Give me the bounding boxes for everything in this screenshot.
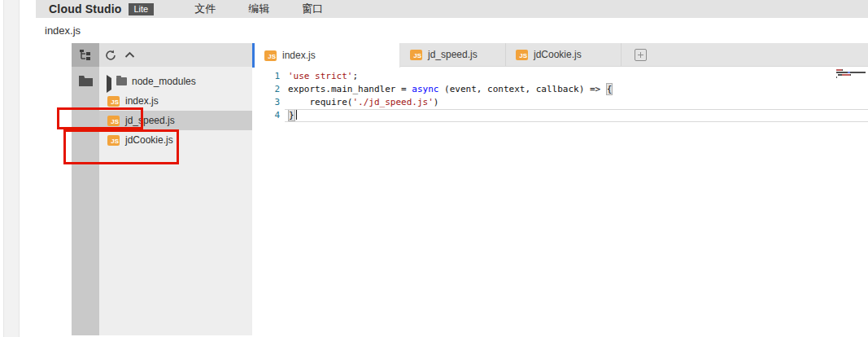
js-file-icon: JS — [516, 50, 528, 60]
tab-jdCookie-js[interactable]: JSjdCookie.js — [506, 43, 622, 66]
code-text: exports.main_handler = async (event, con… — [280, 83, 613, 96]
line-number: 4 — [252, 109, 280, 122]
file-explorer-panel: node_modulesJSindex.jsJSjd_speed.jsJSjdC… — [99, 43, 252, 335]
code-editor[interactable]: 1'use strict';2exports.main_handler = as… — [252, 67, 868, 335]
explorer-header — [99, 43, 252, 67]
lite-badge: Lite — [129, 3, 155, 15]
line-number: 2 — [252, 83, 280, 96]
minimap-line — [836, 77, 868, 78]
code-text: require('./jd_speed.js') — [280, 96, 438, 109]
app-logo: Cloud Studio — [49, 2, 122, 15]
main-content: node_modulesJSindex.jsJSjd_speed.jsJSjdC… — [72, 43, 868, 335]
tab-label: jdCookie.js — [534, 49, 582, 60]
tab-jd_speed-js[interactable]: JSjd_speed.js — [400, 43, 506, 66]
tree-item-label: node_modules — [132, 76, 196, 87]
tab-label: jd_speed.js — [428, 49, 478, 60]
refresh-icon[interactable] — [105, 50, 116, 61]
code-text: } — [280, 109, 297, 122]
menu-item-2[interactable]: 窗口 — [302, 2, 323, 16]
minimap-line — [836, 74, 868, 76]
tree-item-jdCookie-js[interactable]: JSjdCookie.js — [99, 130, 252, 150]
tree-item-label: jd_speed.js — [125, 115, 175, 126]
menu-item-1[interactable]: 编辑 — [248, 2, 269, 16]
plus-icon — [635, 49, 647, 61]
menu-bar: Cloud Studio Lite 文件编辑窗口 — [36, 0, 868, 18]
minimap[interactable] — [836, 68, 868, 79]
tab-bar: JSindex.jsJSjd_speed.jsJSjdCookie.js — [252, 43, 868, 67]
tree-item-label: index.js — [125, 95, 159, 107]
folder-icon[interactable] — [72, 67, 99, 94]
code-line-3: 3 require('./jd_speed.js') — [252, 96, 868, 109]
tree-item-label: jdCookie.js — [125, 134, 173, 146]
breadcrumb: index.js — [45, 24, 81, 37]
code-line-4: 4} — [252, 109, 868, 122]
editor-group: JSindex.jsJSjd_speed.jsJSjdCookie.js 1'u… — [252, 43, 868, 335]
text-cursor — [296, 109, 297, 120]
tree-item-node_modules[interactable]: node_modules — [99, 72, 252, 91]
new-tab-button[interactable] — [622, 43, 659, 66]
activity-bar — [72, 43, 99, 335]
code-line-1: 1'use strict'; — [252, 70, 868, 83]
menu-item-0[interactable]: 文件 — [194, 2, 216, 16]
tree-item-jd_speed-js[interactable]: JSjd_speed.js — [99, 111, 252, 130]
code-text: 'use strict'; — [280, 70, 358, 83]
minimap-line — [836, 69, 868, 71]
collapse-up-icon[interactable] — [124, 51, 135, 59]
expand-arrow-icon[interactable] — [107, 78, 113, 85]
js-file-icon: JS — [264, 50, 277, 61]
cloud-studio-window: Cloud Studio Lite 文件编辑窗口 index.js — [36, 0, 868, 337]
js-file-icon: JS — [107, 96, 120, 107]
minimap-line — [836, 72, 868, 73]
file-tree: node_modulesJSindex.jsJSjd_speed.jsJSjdC… — [99, 67, 252, 150]
code-lines: 1'use strict';2exports.main_handler = as… — [252, 67, 868, 122]
code-line-2: 2exports.main_handler = async (event, co… — [252, 83, 868, 96]
js-file-icon: JS — [410, 50, 422, 60]
menu-items: 文件编辑窗口 — [194, 2, 355, 16]
line-number: 1 — [252, 70, 280, 83]
breadcrumb-bar: index.js — [36, 18, 868, 43]
tab-label: index.js — [282, 50, 316, 61]
tree-item-index-js[interactable]: JSindex.js — [99, 91, 252, 111]
folder-icon — [116, 77, 127, 85]
js-file-icon: JS — [107, 135, 120, 146]
explorer-tree-icon[interactable] — [72, 43, 99, 67]
left-page-strip — [3, 0, 20, 337]
js-file-icon: JS — [107, 116, 120, 126]
line-number: 3 — [252, 96, 280, 109]
tab-index-js[interactable]: JSindex.js — [252, 43, 400, 68]
